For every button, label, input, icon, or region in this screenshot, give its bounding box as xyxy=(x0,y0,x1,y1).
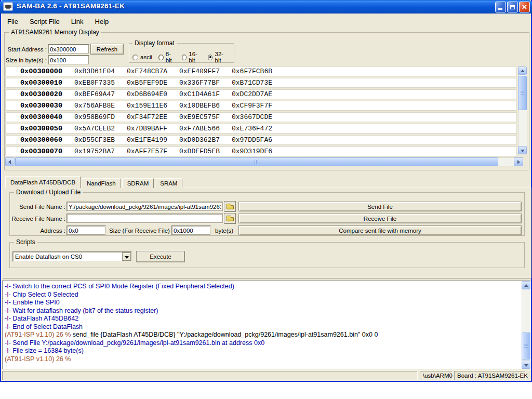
memory-scroll-down-button[interactable] xyxy=(518,146,527,154)
memory-address: 0x00300050 xyxy=(20,125,77,132)
restore-icon xyxy=(510,5,515,9)
memory-address: 0x00300070 xyxy=(20,148,77,155)
memory-value: 0xE9EC575F xyxy=(179,113,220,121)
minimize-icon xyxy=(498,8,502,10)
log-line: -I- Enable the SPI0 xyxy=(3,299,530,307)
close-button[interactable]: ✕ xyxy=(519,2,530,12)
memory-value: 0xD0D362B7 xyxy=(179,136,220,144)
memory-value: 0xB5FEF9DE xyxy=(127,79,167,87)
script-select-value: Enable Dataflash on CS0 xyxy=(15,254,82,260)
memory-scroll-right-button[interactable] xyxy=(514,157,523,166)
memory-value: 0x10DBEFB6 xyxy=(179,102,220,110)
send-file-button[interactable]: Send File xyxy=(238,202,522,211)
arrow-up-icon xyxy=(521,70,525,72)
close-icon: ✕ xyxy=(522,3,527,11)
memory-value: 0xBEF69A47 xyxy=(74,90,115,98)
scripts-group-title: Scripts xyxy=(14,238,37,246)
memory-row[interactable]: 0x003000400x958B69FD0xF34F72EE0xE9EC575F… xyxy=(5,112,517,122)
script-select-dropdown-button[interactable] xyxy=(122,252,131,261)
log-prompt: (AT91-ISP v1.10) 26 % xyxy=(5,331,71,338)
tab-nandflash[interactable]: NandFlash xyxy=(82,178,121,188)
memory-value: 0x19752BA7 xyxy=(74,148,115,155)
menu-bar: FileScript FileLinkHelp xyxy=(1,14,531,29)
arrow-down-icon xyxy=(524,364,528,367)
screen: SAM-BA 2.6 - AT91SAM9261-EK ✕ FileScript… xyxy=(0,0,532,399)
compare-button[interactable]: Compare sent file with memory xyxy=(238,225,522,235)
memory-address: 0x00300030 xyxy=(20,102,77,110)
open-folder-icon xyxy=(227,217,234,221)
display-format-group-title: Display format xyxy=(132,39,177,47)
size-in-bytes-input[interactable] xyxy=(48,55,89,65)
radio-ascii[interactable]: ascii xyxy=(132,54,152,60)
tab-sram[interactable]: SRAM xyxy=(155,178,182,188)
menu-file[interactable]: File xyxy=(7,18,18,25)
download-upload-group-title: Download / Upload File xyxy=(14,189,83,196)
address-input[interactable] xyxy=(66,225,106,235)
restore-button[interactable] xyxy=(507,2,518,12)
memory-value: 0xDC2DD7AE xyxy=(232,90,272,98)
title-bar[interactable]: SAM-BA 2.6 - AT91SAM9261-EK ✕ xyxy=(0,0,532,14)
script-select[interactable]: Enable Dataflash on CS0 xyxy=(12,251,132,262)
minimize-button[interactable] xyxy=(495,2,506,12)
memory-scroll-left-button[interactable] xyxy=(5,157,15,166)
refresh-button[interactable]: Refresh xyxy=(90,44,124,55)
tab-bar: DataFlash AT45DB/DCBNandFlashSDRAMSRAM xyxy=(5,176,182,188)
window-title: SAM-BA 2.6 - AT91SAM9261-EK xyxy=(17,2,125,10)
log-scroll-up-button[interactable] xyxy=(522,281,530,289)
arrow-right-icon xyxy=(517,160,520,164)
tab-sdram[interactable]: SDRAM xyxy=(122,178,154,188)
log-line: -I- File size = 16384 byte(s) xyxy=(3,347,530,355)
radio-8-bit[interactable]: 8-bit xyxy=(158,51,176,63)
send-file-name-input[interactable] xyxy=(66,202,223,211)
memory-display-group-title: AT91SAM9261 Memory Display xyxy=(9,29,101,36)
radio-32-bit[interactable]: 32-bit xyxy=(208,51,228,63)
memory-row[interactable]: 0x003000000xB3D61E040xE748CB7A0xEF409FF7… xyxy=(5,66,517,76)
execute-button[interactable]: Execute xyxy=(136,251,185,262)
memory-address: 0x00300000 xyxy=(20,68,77,75)
memory-value: 0x9D319DE6 xyxy=(232,148,272,155)
memory-value: 0x159E11E6 xyxy=(127,102,167,110)
memory-value: 0xE1FE4199 xyxy=(127,136,167,144)
radio-label: 16-bit xyxy=(189,51,202,63)
memory-row[interactable]: 0x003000200xBEF69A470xD6B694E00xC1D4A61F… xyxy=(5,89,517,99)
log-line: (AT91-ISP v1.10) 26 % send_file {DataFla… xyxy=(3,331,530,339)
browse-send-file-button[interactable] xyxy=(224,201,236,212)
display-format-group: Display format ascii8-bit16-bit32-bit xyxy=(129,43,234,63)
memory-value: 0xE736F472 xyxy=(232,125,272,132)
memory-row[interactable]: 0x003000600xD55CF3EB0xE1FE41990xD0D362B7… xyxy=(5,135,517,145)
memory-table: 0x003000000xB3D61E040xE748CB7A0xEF409FF7… xyxy=(5,66,517,158)
display-format-options: ascii8-bit16-bit32-bit xyxy=(132,51,234,63)
memory-row[interactable]: 0x003000700x19752BA70xAFF7E57F0xDDEFD5EB… xyxy=(5,147,517,156)
radio-16-bit[interactable]: 16-bit xyxy=(182,51,202,63)
log-area: -I- Switch to the correct PCS of SPI0 Mo… xyxy=(2,281,531,369)
menu-link[interactable]: Link xyxy=(71,18,84,25)
connection-status: \usb\ARM0 xyxy=(420,371,453,380)
app-window: SAM-BA 2.6 - AT91SAM9261-EK ✕ FileScript… xyxy=(0,0,532,382)
radio-label: 8-bit xyxy=(166,51,176,63)
start-address-input[interactable] xyxy=(48,44,89,54)
log-scroll-down-button[interactable] xyxy=(522,361,530,369)
memory-row[interactable]: 0x003000300x756AFB8E0x159E11E60x10DBEFB6… xyxy=(5,101,517,111)
receive-file-button[interactable]: Receive File xyxy=(238,214,522,223)
memory-vscroll-thumb[interactable] xyxy=(518,76,527,110)
size-in-bytes-label: Size in byte(s) : xyxy=(4,57,47,63)
status-bar: \usb\ARM0 Board : AT91SAM9261-EK xyxy=(1,370,531,381)
memory-hscroll-thumb[interactable] xyxy=(15,157,498,166)
receive-size-label: Size (For Receive File) : xyxy=(109,228,173,234)
browse-receive-file-button[interactable] xyxy=(224,213,236,224)
memory-row[interactable]: 0x003000500x5A7CEEB20x7DB9BAFF0xF7ABE566… xyxy=(5,124,517,134)
memory-value: 0x5A7CEEB2 xyxy=(74,125,115,132)
memory-value: 0xF34F72EE xyxy=(127,113,167,121)
address-label: Address : xyxy=(11,228,65,234)
memory-scroll-up-button[interactable] xyxy=(518,66,527,75)
log-line: -I- Chip Select 0 Selected xyxy=(3,291,530,299)
log-vscroll-thumb[interactable] xyxy=(522,332,530,360)
menu-help[interactable]: Help xyxy=(95,18,109,25)
tab-dataflash-at45db-dcb[interactable]: DataFlash AT45DB/DCB xyxy=(5,176,81,188)
menu-script-file[interactable]: Script File xyxy=(30,18,60,25)
receive-size-input[interactable] xyxy=(171,225,211,235)
memory-value: 0x97DD5FA6 xyxy=(232,136,272,144)
receive-file-name-input[interactable] xyxy=(66,214,223,223)
memory-row[interactable]: 0x003000100xEB0F73350xB5FEF9DE0x336F77BF… xyxy=(5,78,517,88)
board-status: Board : AT91SAM9261-EK xyxy=(454,371,526,380)
